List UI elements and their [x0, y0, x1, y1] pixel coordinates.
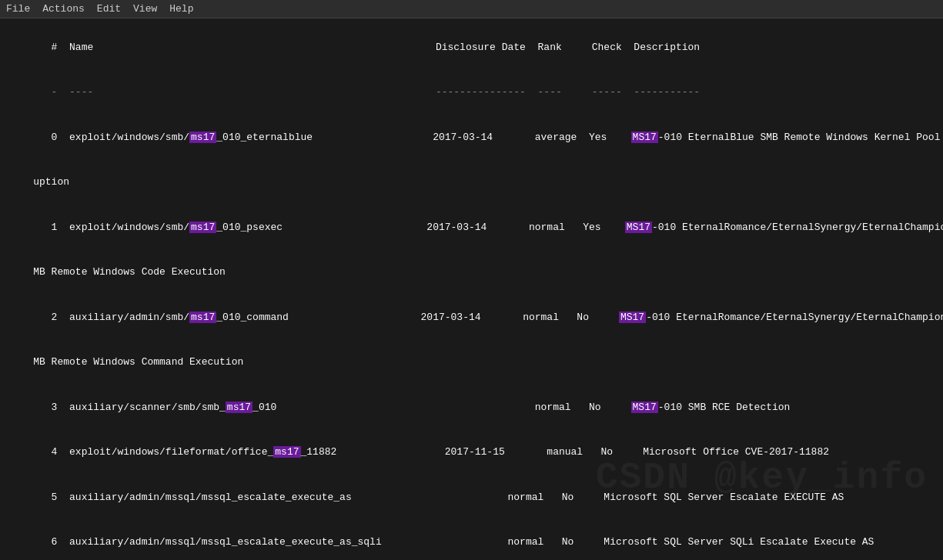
- menu-edit[interactable]: Edit: [97, 3, 121, 15]
- table-row: 4 exploit/windows/fileformat/office_ms17…: [9, 430, 934, 475]
- table-row: 1 exploit/windows/smb/ms17_010_psexec 20…: [9, 205, 934, 250]
- menu-actions[interactable]: Actions: [42, 3, 85, 15]
- table-row: 5 auxiliary/admin/mssql/mssql_escalate_e…: [9, 475, 934, 520]
- table-row-cont: uption: [9, 160, 934, 205]
- table-header: # Name Disclosure Date Rank Check Descri…: [9, 25, 934, 70]
- table-divider: - ---- --------------- ---- ----- ------…: [9, 70, 934, 115]
- terminal: # Name Disclosure Date Rank Check Descri…: [0, 18, 943, 560]
- table-row: 2 auxiliary/admin/smb/ms17_010_command 2…: [9, 295, 934, 340]
- table-row: 6 auxiliary/admin/mssql/mssql_escalate_e…: [9, 520, 934, 561]
- menu-help[interactable]: Help: [169, 3, 193, 15]
- menu-file[interactable]: File: [6, 3, 30, 15]
- table-row: 3 auxiliary/scanner/smb/smb_ms17_010 nor…: [9, 385, 934, 430]
- menu-view[interactable]: View: [133, 3, 157, 15]
- menu-bar: File Actions Edit View Help: [0, 0, 943, 18]
- table-row-cont: MB Remote Windows Code Execution: [9, 250, 934, 295]
- table-row-cont: MB Remote Windows Command Execution: [9, 340, 934, 385]
- table-row: 0 exploit/windows/smb/ms17_010_eternalbl…: [9, 115, 934, 160]
